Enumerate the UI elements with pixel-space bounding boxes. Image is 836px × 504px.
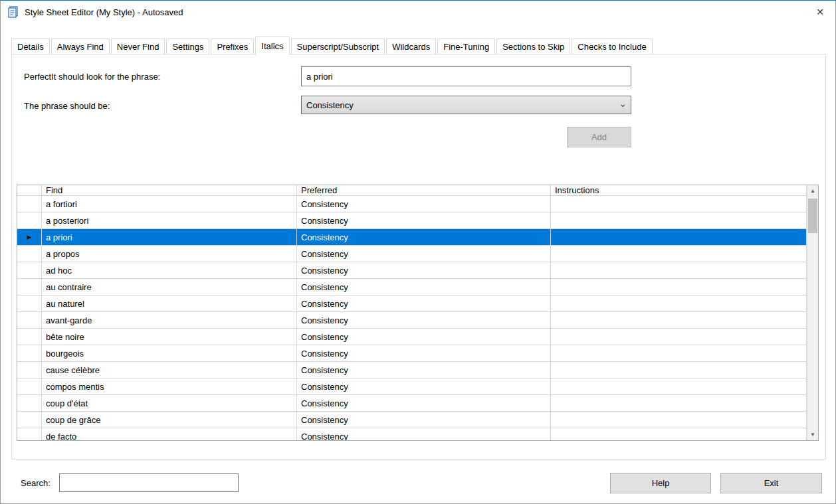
cell-find[interactable]: au contraire [42,279,297,295]
tab-italics[interactable]: Italics [255,37,289,55]
tab-sections-to-skip[interactable]: Sections to Skip [496,39,570,54]
row-selector[interactable] [17,428,42,440]
cell-instructions[interactable] [551,229,807,245]
row-selector[interactable] [17,362,42,378]
cell-find[interactable]: bête noire [42,329,297,345]
row-selector[interactable] [17,279,42,295]
header-instructions[interactable]: Instructions [551,185,807,195]
row-selector[interactable] [17,196,42,212]
help-button[interactable]: Help [610,473,711,493]
cell-instructions[interactable] [551,345,807,361]
row-selector[interactable] [17,329,42,345]
table-scrollbar[interactable]: ▲ ▼ [807,185,818,440]
cell-find[interactable]: ad hoc [42,262,297,278]
table-row[interactable]: avant-gardeConsistency [17,312,807,329]
scrollbar-thumb[interactable] [808,199,817,233]
row-selector[interactable] [17,295,42,311]
add-button[interactable]: Add [567,127,631,147]
cell-preferred[interactable]: Consistency [297,246,551,262]
row-selector[interactable] [17,395,42,411]
table-row[interactable]: a posterioriConsistency [17,212,807,229]
table-row[interactable]: bête noireConsistency [17,329,807,345]
cell-preferred[interactable]: Consistency [297,229,551,245]
cell-find[interactable]: coup de grâce [42,412,297,428]
cell-find[interactable]: compos mentis [42,378,297,394]
cell-instructions[interactable] [551,378,807,394]
row-selector[interactable] [17,246,42,262]
cell-instructions[interactable] [551,412,807,428]
tab-details[interactable]: Details [11,39,50,54]
cell-find[interactable]: au naturel [42,295,297,311]
table-row[interactable]: cause célèbreConsistency [17,362,807,378]
cell-find[interactable]: avant-garde [42,312,297,328]
search-input[interactable] [59,473,239,492]
exit-button[interactable]: Exit [720,473,822,493]
cell-preferred[interactable]: Consistency [297,329,551,345]
cell-preferred[interactable]: Consistency [297,378,551,394]
cell-preferred[interactable]: Consistency [297,362,551,378]
cell-instructions[interactable] [551,246,807,262]
row-selector[interactable] [17,412,42,428]
cell-instructions[interactable] [551,196,807,212]
cell-preferred[interactable]: Consistency [297,312,551,328]
cell-preferred[interactable]: Consistency [297,212,551,228]
row-selector[interactable] [17,312,42,328]
close-button[interactable]: ✕ [805,1,835,23]
cell-find[interactable]: de facto [42,428,297,440]
tab-never-find[interactable]: Never Find [111,39,165,54]
table-row[interactable]: compos mentisConsistency [17,378,807,395]
table-row[interactable]: coup d'étatConsistency [17,395,807,412]
row-selector[interactable] [17,212,42,228]
row-selector[interactable] [17,378,42,394]
cell-find[interactable]: cause célèbre [42,362,297,378]
table-row[interactable]: de factoConsistency [17,428,807,440]
cell-find[interactable]: a fortiori [42,196,297,212]
phrase-type-dropdown[interactable]: Consistency ⌄ [301,96,631,114]
header-preferred[interactable]: Preferred [297,185,551,195]
cell-instructions[interactable] [551,329,807,345]
table-row[interactable]: coup de grâceConsistency [17,412,807,428]
cell-find[interactable]: bourgeois [42,345,297,361]
cell-preferred[interactable]: Consistency [297,428,551,440]
cell-find[interactable]: a priori [42,229,297,245]
cell-find[interactable]: a posteriori [42,212,297,228]
tab-settings[interactable]: Settings [166,39,209,54]
phrase-input[interactable] [301,66,631,86]
cell-instructions[interactable] [551,395,807,411]
cell-instructions[interactable] [551,362,807,378]
header-find[interactable]: Find [42,185,297,195]
scroll-up-icon[interactable]: ▲ [807,185,818,197]
row-selector[interactable] [17,262,42,278]
table-row[interactable]: au naturelConsistency [17,295,807,312]
tab-always-find[interactable]: Always Find [51,39,110,54]
cell-preferred[interactable]: Consistency [297,345,551,361]
table-row[interactable]: bourgeoisConsistency [17,345,807,362]
cell-instructions[interactable] [551,262,807,278]
cell-preferred[interactable]: Consistency [297,395,551,411]
cell-preferred[interactable]: Consistency [297,412,551,428]
row-selector[interactable] [17,345,42,361]
cell-find[interactable]: a propos [42,246,297,262]
table-row[interactable]: ad hocConsistency [17,262,807,279]
cell-preferred[interactable]: Consistency [297,262,551,278]
table-row[interactable]: au contraireConsistency [17,279,807,295]
table-row[interactable]: a proposConsistency [17,246,807,262]
cell-find[interactable]: coup d'état [42,395,297,411]
cell-instructions[interactable] [551,428,807,440]
cell-preferred[interactable]: Consistency [297,279,551,295]
tab-fine-tuning[interactable]: Fine-Tuning [437,39,495,54]
scroll-down-icon[interactable]: ▼ [807,429,818,440]
cell-preferred[interactable]: Consistency [297,295,551,311]
cell-instructions[interactable] [551,212,807,228]
tab-wildcards[interactable]: Wildcards [386,39,436,54]
tab-checks-to-include[interactable]: Checks to Include [572,39,652,54]
table-row[interactable]: ▶a prioriConsistency [17,229,807,246]
row-selector[interactable]: ▶ [17,229,42,245]
table-row[interactable]: a fortioriConsistency [17,196,807,212]
tab-prefixes[interactable]: Prefixes [211,39,254,54]
cell-preferred[interactable]: Consistency [297,196,551,212]
cell-instructions[interactable] [551,279,807,295]
cell-instructions[interactable] [551,312,807,328]
tab-superscript-subscript[interactable]: Superscript/Subscript [291,39,385,54]
cell-instructions[interactable] [551,295,807,311]
